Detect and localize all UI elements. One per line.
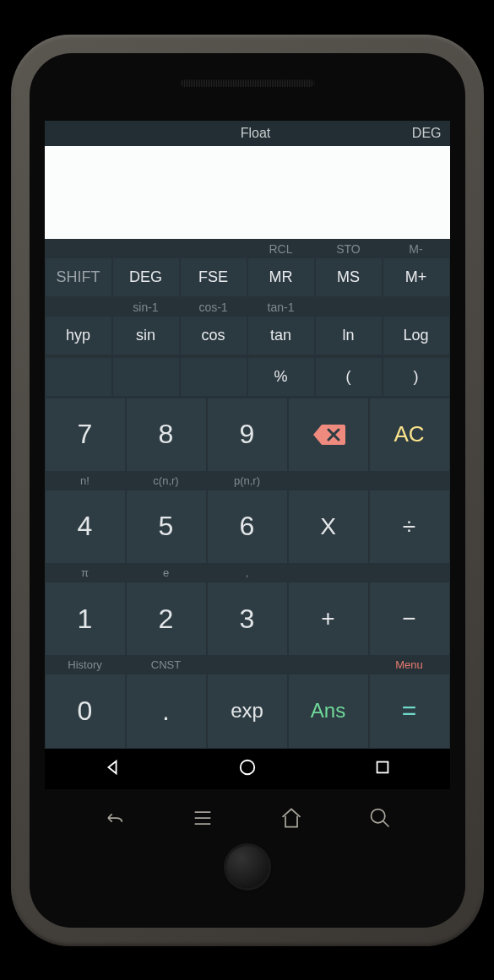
phone-frame: Float DEG RCL STO M- SHIFT DEG FSE MR MS…: [11, 35, 484, 946]
sec-history: History: [46, 657, 125, 673]
multiply-key[interactable]: X: [289, 490, 368, 563]
digit-2[interactable]: 2: [127, 582, 206, 655]
sin-key[interactable]: sin: [113, 317, 179, 355]
shift-key[interactable]: SHIFT: [46, 258, 111, 296]
sec-cnst: CNST: [127, 657, 206, 673]
sec-empty: [289, 565, 368, 581]
secondary-labels-1: RCL STO M-: [45, 239, 450, 257]
ms-key[interactable]: MS: [316, 258, 382, 296]
digit-6[interactable]: 6: [208, 490, 287, 563]
tan-key[interactable]: tan: [248, 317, 314, 355]
sec-menu: Menu: [370, 657, 449, 673]
add-key[interactable]: +: [289, 582, 368, 655]
sec-pi: π: [46, 565, 125, 581]
sec-empty: [45, 239, 112, 257]
sec-m-minus: M-: [383, 239, 450, 257]
sec-permutation: p(n,r): [208, 473, 287, 489]
blank-key[interactable]: [113, 358, 179, 396]
mode-label: Float: [53, 126, 374, 141]
decimal-key[interactable]: .: [127, 674, 206, 747]
digit-8[interactable]: 8: [127, 398, 206, 471]
deg-key[interactable]: DEG: [113, 258, 179, 296]
num-sec-row-2: n! c(n,r) p(n,r): [46, 473, 449, 489]
sec-comma: ,: [208, 565, 287, 581]
android-navbar: [45, 749, 450, 789]
sec-e: e: [127, 565, 206, 581]
sec-empty: [370, 473, 449, 489]
app-screen: Float DEG RCL STO M- SHIFT DEG FSE MR MS…: [45, 121, 450, 789]
function-row-3: % ( ): [45, 357, 450, 397]
sec-empty: [289, 657, 368, 673]
equals-key[interactable]: =: [370, 674, 449, 747]
sec-rcl: RCL: [247, 239, 315, 257]
digit-4[interactable]: 4: [46, 490, 125, 563]
angle-label: DEG: [374, 126, 442, 141]
blank-key[interactable]: [181, 358, 247, 396]
sec-empty: [180, 239, 247, 257]
divide-key[interactable]: ÷: [370, 490, 449, 563]
hyp-key[interactable]: hyp: [46, 317, 111, 355]
svg-point-2: [372, 809, 385, 822]
speaker-grille: [180, 79, 315, 87]
svg-point-0: [240, 760, 254, 774]
num-sec-row-4: History CNST Menu: [46, 657, 449, 673]
digit-3[interactable]: 3: [208, 582, 287, 655]
num-sec-row-3: π e ,: [46, 565, 449, 581]
sec-sto: STO: [315, 239, 383, 257]
calc-display[interactable]: [45, 146, 450, 239]
blank-key[interactable]: [46, 358, 111, 396]
phone-inner: Float DEG RCL STO M- SHIFT DEG FSE MR MS…: [30, 53, 465, 928]
sec-combination: c(n,r): [127, 473, 206, 489]
rparen-key[interactable]: ): [383, 358, 449, 396]
secondary-labels-2: sin-1 cos-1 tan-1: [45, 297, 450, 316]
ans-key[interactable]: Ans: [289, 674, 368, 747]
exp-key[interactable]: exp: [208, 674, 287, 747]
sec-empty: [45, 297, 112, 316]
trackball[interactable]: [226, 846, 269, 888]
sec-acos: cos-1: [180, 297, 247, 316]
sec-empty: [370, 565, 449, 581]
hw-home-icon[interactable]: [280, 806, 303, 833]
function-row-1: SHIFT DEG FSE MR MS M+: [45, 257, 450, 297]
nav-home-icon[interactable]: [238, 758, 257, 780]
sec-empty: [112, 239, 180, 257]
sec-empty: [289, 473, 368, 489]
digit-9[interactable]: 9: [208, 398, 287, 471]
digit-1[interactable]: 1: [46, 582, 125, 655]
svg-rect-1: [377, 761, 388, 772]
sec-empty: [208, 657, 287, 673]
log-key[interactable]: Log: [383, 317, 449, 355]
cos-key[interactable]: cos: [181, 317, 247, 355]
lparen-key[interactable]: (: [316, 358, 382, 396]
hw-search-icon[interactable]: [368, 806, 392, 833]
digit-7[interactable]: 7: [46, 398, 125, 471]
ln-key[interactable]: ln: [316, 317, 382, 355]
mr-key[interactable]: MR: [248, 258, 314, 296]
nav-recent-icon[interactable]: [373, 758, 392, 780]
all-clear-key[interactable]: AC: [370, 398, 449, 471]
sec-empty: [383, 297, 450, 316]
status-bar: Float DEG: [45, 121, 450, 146]
sec-empty: [315, 297, 383, 316]
backspace-key[interactable]: [289, 398, 368, 471]
sec-asin: sin-1: [112, 297, 180, 316]
nav-back-icon[interactable]: [103, 758, 122, 780]
digit-0[interactable]: 0: [46, 674, 125, 747]
fse-key[interactable]: FSE: [181, 258, 247, 296]
sec-factorial: n!: [46, 473, 125, 489]
m-plus-key[interactable]: M+: [383, 258, 449, 296]
hardware-buttons: [45, 789, 450, 842]
subtract-key[interactable]: −: [370, 582, 449, 655]
function-row-2: hyp sin cos tan ln Log: [45, 316, 450, 355]
sec-atan: tan-1: [247, 297, 315, 316]
hw-menu-icon[interactable]: [191, 806, 214, 833]
percent-key[interactable]: %: [248, 358, 314, 396]
hw-back-icon[interactable]: [102, 806, 126, 833]
digit-5[interactable]: 5: [127, 490, 206, 563]
